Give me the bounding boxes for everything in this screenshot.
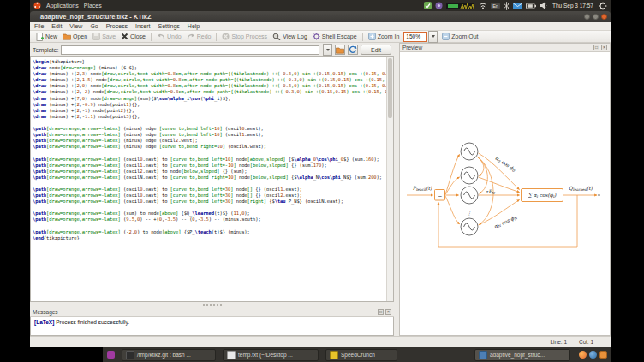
volume-icon[interactable] xyxy=(540,2,547,9)
text-file-icon xyxy=(227,351,236,359)
close-panel-icon[interactable]: × xyxy=(385,309,391,315)
applications-menu[interactable]: Applications xyxy=(46,3,79,9)
shell-escape-button[interactable]: Shell Escape xyxy=(313,33,357,40)
bluetooth-icon[interactable] xyxy=(504,2,510,10)
taskbar-item-label: adaptive_hopf_struc... xyxy=(490,352,545,358)
menu-file[interactable]: File xyxy=(34,23,44,29)
code-line: \path[draw=orange,arrows=-latex] (oscil0… xyxy=(33,157,387,163)
close-file-button[interactable]: Close xyxy=(121,33,146,40)
code-line xyxy=(33,150,387,156)
close-panel-icon[interactable]: × xyxy=(601,45,607,50)
stop-process-button[interactable]: Stop Process xyxy=(222,33,267,40)
open-button[interactable]: Open xyxy=(63,33,87,40)
taskbar-item-terminal[interactable]: /tmp/ktikz.git : bash ... xyxy=(122,349,216,361)
code-line: \path[draw=orange,arrows=-latex] (oscil0… xyxy=(33,193,387,199)
code-line: \path[draw=orange,arrows=-latex] (minus)… xyxy=(33,144,387,150)
taskbar-item-ktikz[interactable]: adaptive_hopf_struc... xyxy=(474,349,570,361)
new-button[interactable]: New xyxy=(36,33,57,41)
code-editor-text[interactable]: \begin{tikzpicture}\draw node[draw=orang… xyxy=(31,57,387,301)
zoom-in-icon xyxy=(368,33,376,40)
places-menu[interactable]: Places xyxy=(84,3,102,9)
close-x-icon xyxy=(121,33,128,40)
code-line: \draw (minus) +(2,-2) node[draw,circle,t… xyxy=(33,89,387,95)
undo-label: Undo xyxy=(167,33,182,39)
messages-title: Messages xyxy=(33,309,58,315)
app-indicator-icon[interactable] xyxy=(435,2,443,9)
template-edit-button[interactable]: Edit xyxy=(361,45,391,55)
ubuntu-logo-icon[interactable] xyxy=(33,2,41,9)
template-dropdown[interactable] xyxy=(323,44,332,56)
chevron-down-icon xyxy=(432,35,435,38)
input-label: Pteach(t) xyxy=(413,186,432,192)
keyboard-layout-indicator[interactable]: En xyxy=(491,3,500,9)
template-browse-button[interactable] xyxy=(335,45,345,55)
session-gear-icon[interactable] xyxy=(599,2,607,10)
taskbar-item-tempfile[interactable]: temp.txt (~/Desktop ... xyxy=(223,349,319,361)
template-combobox[interactable] xyxy=(61,45,319,55)
code-editor[interactable]: \begin{tikzpicture}\draw node[draw=orang… xyxy=(30,56,394,302)
code-line: \path[draw=orange,arrows=-latex] (sum) t… xyxy=(33,211,387,217)
menu-insert[interactable]: Insert xyxy=(135,23,151,29)
zoom-out-button[interactable]: Zoom Out xyxy=(442,33,478,40)
template-reload-button[interactable] xyxy=(348,45,358,55)
stop-process-label: Stop Process xyxy=(231,33,267,39)
taskbar-item-label: temp.txt (~/Desktop ... xyxy=(238,352,293,358)
wifi-icon[interactable] xyxy=(479,2,487,9)
code-line: \begin{tikzpicture} xyxy=(33,59,387,65)
zoom-out-icon xyxy=(442,33,450,40)
edge-label-top: α0 cos ϕ0 xyxy=(494,156,516,174)
bottom-taskbar: /tmp/ktikz.git : bash ... temp.txt (~/De… xyxy=(103,347,611,362)
zoom-level-value[interactable]: 150% xyxy=(403,32,427,42)
zoom-level-combo[interactable]: 150% xyxy=(403,31,438,43)
workspace-icon[interactable] xyxy=(107,351,115,359)
close-button[interactable] xyxy=(601,14,607,20)
top-panel: Applications Places En Thu Sep 3 17:57 xyxy=(30,0,611,11)
desktop: Applications Places En Thu Sep 3 17:57 a… xyxy=(30,0,611,347)
message-text: Process finished successfully. xyxy=(54,319,129,325)
open-folder-icon xyxy=(63,33,71,40)
status-col: Col: 1 xyxy=(579,339,593,345)
code-line: \path[draw=orange,arrows=-latex] (oscilN… xyxy=(33,175,387,181)
menu-edit[interactable]: Edit xyxy=(51,23,62,29)
clock[interactable]: Thu Sep 3 17:57 xyxy=(552,3,593,9)
zoom-in-label: Zoom In xyxy=(378,33,400,39)
undo-button[interactable]: Undo xyxy=(157,33,182,40)
menu-help[interactable]: Help xyxy=(188,23,200,29)
system-monitor-icon[interactable] xyxy=(446,2,475,10)
window-body: Template: Edit \begin{tikzpicture}\draw … xyxy=(30,43,611,336)
updates-icon[interactable] xyxy=(424,2,432,9)
message-tag: [LaTeX] xyxy=(34,319,54,325)
zoom-level-dropdown[interactable] xyxy=(428,31,438,43)
messaging-icon[interactable] xyxy=(513,3,522,9)
float-panel-icon[interactable]: □ xyxy=(593,45,599,50)
redo-button[interactable]: Redo xyxy=(187,33,212,40)
code-line: \path[draw=orange,arrows=-latex] (oscil1… xyxy=(33,163,387,169)
code-line xyxy=(33,120,387,126)
float-panel-icon[interactable]: □ xyxy=(378,309,384,315)
battery-icon[interactable] xyxy=(526,3,536,9)
minimize-button[interactable] xyxy=(584,14,590,20)
code-line: \draw (minus) +(2,-0.9) node(point1){}; xyxy=(33,102,387,108)
code-line: \draw (minus) +(2,1.5) node[draw,circle,… xyxy=(33,77,387,83)
template-bar: Template: Edit xyxy=(30,43,394,56)
menu-process[interactable]: Process xyxy=(106,23,128,29)
stop-process-icon xyxy=(222,33,230,40)
taskbar-tray xyxy=(579,351,607,359)
taskbar-item-speedcrunch[interactable]: SpeedCrunch xyxy=(325,349,397,361)
menu-go[interactable]: Go xyxy=(90,23,98,29)
firefox-icon[interactable] xyxy=(579,351,587,359)
window-titlebar[interactable]: adaptive_hopf_structure.tikz - KTikZ xyxy=(30,11,611,22)
zoom-in-button[interactable]: Zoom In xyxy=(368,33,400,40)
save-button[interactable]: Save xyxy=(92,33,116,40)
template-label: Template: xyxy=(33,47,58,53)
code-line: \draw (minus) +(2,3) node[draw,circle,te… xyxy=(33,71,387,77)
chart-app-icon[interactable] xyxy=(599,351,607,359)
maximize-button[interactable] xyxy=(593,14,599,20)
menu-settings[interactable]: Settings xyxy=(158,23,180,29)
view-log-button[interactable]: View Log xyxy=(272,33,307,40)
menu-view[interactable]: View xyxy=(69,23,82,29)
editor-scrollbar-thumb[interactable] xyxy=(388,58,392,118)
editor-scrollbar[interactable] xyxy=(386,57,393,301)
app-icon[interactable] xyxy=(589,351,597,359)
splitter-grip xyxy=(203,304,222,306)
